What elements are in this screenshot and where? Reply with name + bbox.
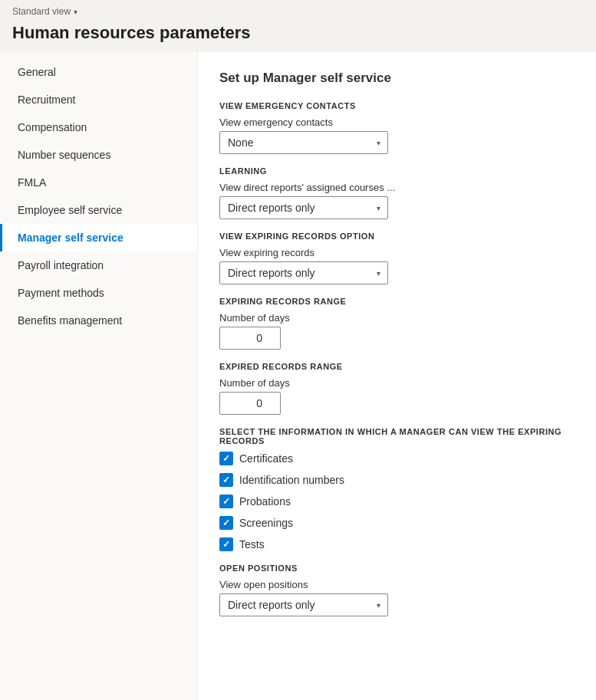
checkbox-tests[interactable]: ✓ (219, 537, 233, 551)
emergency-contacts-select[interactable]: None Direct reports only All (219, 131, 388, 154)
expired-records-range-field-label: Number of days (219, 377, 575, 389)
expired-records-range-group: EXPIRED RECORDS RANGE Number of days (219, 362, 575, 415)
emergency-contacts-group: VIEW EMERGENCY CONTACTS View emergency c… (219, 101, 575, 154)
sidebar-item-employee-self-service[interactable]: Employee self service (0, 196, 197, 224)
checkbox-group: ✓ Certificates ✓ Identification numbers … (219, 452, 575, 551)
expiring-records-option-select[interactable]: None Direct reports only All (219, 261, 388, 284)
sidebar-item-compensation[interactable]: Compensation (0, 113, 197, 141)
check-mark-tests: ✓ (222, 540, 230, 549)
checkbox-item-screenings[interactable]: ✓ Screenings (219, 516, 575, 530)
checkbox-item-probations[interactable]: ✓ Probations (219, 495, 575, 508)
sidebar-item-benefits-management[interactable]: Benefits management (0, 307, 197, 334)
checkbox-label-probations: Probations (239, 495, 291, 508)
standard-view-label[interactable]: Standard view (12, 6, 71, 17)
sidebar-item-general[interactable]: General (0, 58, 197, 86)
main-layout: General Recruitment Compensation Number … (0, 52, 596, 700)
page-title: Human resources parameters (0, 20, 596, 52)
expiring-records-range-group: EXPIRING RECORDS RANGE Number of days (219, 297, 575, 350)
checkbox-item-tests[interactable]: ✓ Tests (219, 537, 575, 551)
checkbox-label-tests: Tests (239, 538, 265, 550)
checkbox-screenings[interactable]: ✓ (219, 516, 233, 530)
checkbox-label-certificates: Certificates (239, 452, 293, 465)
expiring-records-range-section-label: EXPIRING RECORDS RANGE (219, 297, 575, 306)
expiring-records-option-field-label: View expiring records (219, 247, 575, 258)
open-positions-select[interactable]: None Direct reports only All (219, 593, 388, 616)
learning-select[interactable]: None Direct reports only All (219, 196, 388, 219)
expiring-records-option-section-label: VIEW EXPIRING RECORDS OPTION (219, 232, 575, 241)
expired-records-range-input-wrapper (219, 392, 281, 415)
select-information-label: SELECT THE INFORMATION IN WHICH A MANAGE… (219, 427, 575, 445)
sidebar-item-payroll-integration[interactable]: Payroll integration (0, 251, 197, 279)
check-mark-probations: ✓ (222, 497, 230, 506)
expired-records-range-section-label: EXPIRED RECORDS RANGE (219, 362, 575, 371)
expiring-records-range-input-wrapper (219, 327, 281, 350)
learning-section-label: LEARNING (219, 166, 575, 176)
emergency-contacts-field-label: View emergency contacts (219, 117, 575, 128)
section-title: Set up Manager self service (219, 71, 575, 86)
open-positions-section-label: OPEN POSITIONS (219, 564, 575, 573)
expiring-records-option-group: VIEW EXPIRING RECORDS OPTION View expiri… (219, 232, 575, 284)
expiring-records-range-field-label: Number of days (219, 312, 575, 324)
sidebar-item-fmla[interactable]: FMLA (0, 169, 197, 196)
checkbox-probations[interactable]: ✓ (219, 495, 233, 508)
emergency-contacts-select-wrapper: None Direct reports only All ▾ (219, 131, 388, 154)
learning-field-label: View direct reports' assigned courses ..… (219, 182, 575, 193)
checkbox-item-identification-numbers[interactable]: ✓ Identification numbers (219, 473, 575, 487)
learning-group: LEARNING View direct reports' assigned c… (219, 166, 575, 219)
expiring-records-option-select-wrapper: None Direct reports only All ▾ (219, 261, 388, 284)
open-positions-select-wrapper: None Direct reports only All ▾ (219, 593, 388, 616)
expiring-records-range-input[interactable] (219, 327, 281, 350)
sidebar-item-recruitment[interactable]: Recruitment (0, 86, 197, 113)
check-mark-certificates: ✓ (222, 454, 230, 463)
open-positions-field-label: View open positions (219, 579, 575, 590)
checkbox-item-certificates[interactable]: ✓ Certificates (219, 452, 575, 465)
open-positions-group: OPEN POSITIONS View open positions None … (219, 564, 575, 616)
check-mark-identification-numbers: ✓ (222, 475, 230, 485)
learning-select-wrapper: None Direct reports only All ▾ (219, 196, 388, 219)
top-bar: Standard view ▾ (0, 0, 596, 20)
checkbox-label-identification-numbers: Identification numbers (239, 474, 344, 486)
checkbox-label-screenings: Screenings (239, 517, 293, 529)
expired-records-range-input[interactable] (219, 392, 281, 415)
check-mark-screenings: ✓ (222, 518, 230, 527)
content-area: Set up Manager self service VIEW EMERGEN… (198, 52, 596, 700)
emergency-contacts-section-label: VIEW EMERGENCY CONTACTS (219, 101, 575, 110)
sidebar-item-payment-methods[interactable]: Payment methods (0, 279, 197, 307)
checkbox-identification-numbers[interactable]: ✓ (219, 473, 233, 487)
checkbox-certificates[interactable]: ✓ (219, 452, 233, 465)
standard-view-chevron: ▾ (74, 8, 77, 16)
sidebar-item-manager-self-service[interactable]: Manager self service (0, 224, 197, 251)
sidebar-item-number-sequences[interactable]: Number sequences (0, 141, 197, 169)
sidebar: General Recruitment Compensation Number … (0, 52, 198, 700)
select-information-group: SELECT THE INFORMATION IN WHICH A MANAGE… (219, 427, 575, 551)
